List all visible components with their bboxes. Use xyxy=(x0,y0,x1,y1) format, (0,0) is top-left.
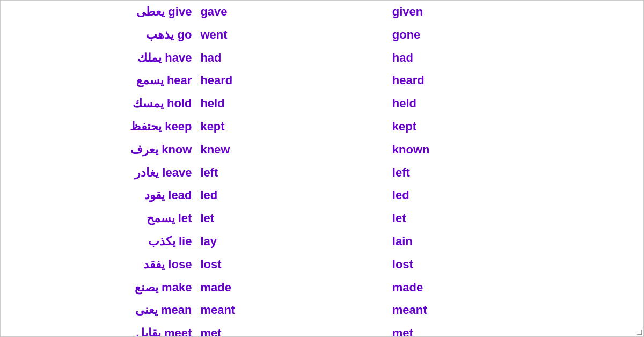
base-form: go يذهب xyxy=(1,24,196,47)
past-form: met xyxy=(196,322,387,337)
base-form: keep يحتفظ xyxy=(1,115,196,138)
past-participle-form: met xyxy=(388,322,643,337)
table-row: give يعطىgavegiven xyxy=(1,1,643,24)
past-participle-form: kept xyxy=(388,115,643,138)
past-participle-form: let xyxy=(388,207,643,230)
base-form: make يصنع xyxy=(1,276,196,299)
past-participle-form: made xyxy=(388,276,643,299)
past-participle-form: lost xyxy=(388,253,643,276)
table-row: have يملكhadhad xyxy=(1,47,643,70)
past-form: lay xyxy=(196,230,387,253)
table-row: make يصنعmademade xyxy=(1,276,643,299)
past-form: went xyxy=(196,24,387,47)
table-row: leave يغادرleftleft xyxy=(1,162,643,185)
table-row: lie يكذبlaylain xyxy=(1,230,643,253)
past-participle-form: known xyxy=(388,138,643,162)
past-form: kept xyxy=(196,115,387,138)
resize-handle[interactable] xyxy=(637,330,642,335)
past-participle-form: heard xyxy=(388,69,643,92)
past-form: meant xyxy=(196,299,387,322)
base-form: meet يقابل xyxy=(1,322,196,337)
past-form: gave xyxy=(196,1,387,24)
past-participle-form: meant xyxy=(388,299,643,322)
table-row: lead يقودledled xyxy=(1,184,643,207)
past-form: held xyxy=(196,92,387,115)
table-row: go يذهبwentgone xyxy=(1,24,643,47)
base-form: hold يمسك xyxy=(1,92,196,115)
past-participle-form: gone xyxy=(388,24,643,47)
past-form: knew xyxy=(196,138,387,162)
table-row: know يعرفknewknown xyxy=(1,138,643,162)
table-row: hear يسمعheardheard xyxy=(1,69,643,92)
past-form: heard xyxy=(196,69,387,92)
verb-table: give يعطىgavegivengo يذهبwentgonehave يم… xyxy=(1,1,643,337)
table-row: keep يحتفظkeptkept xyxy=(1,115,643,138)
past-participle-form: left xyxy=(388,162,643,185)
table-row: meet يقابلmetmet xyxy=(1,322,643,337)
base-form: lose يفقد xyxy=(1,253,196,276)
past-form: left xyxy=(196,162,387,185)
past-participle-form: lain xyxy=(388,230,643,253)
past-form: let xyxy=(196,207,387,230)
table-row: let يسمحletlet xyxy=(1,207,643,230)
past-participle-form: given xyxy=(388,1,643,24)
base-form: give يعطى xyxy=(1,1,196,24)
past-form: made xyxy=(196,276,387,299)
table-row: hold يمسكheldheld xyxy=(1,92,643,115)
base-form: hear يسمع xyxy=(1,69,196,92)
base-form: leave يغادر xyxy=(1,162,196,185)
table-row: lose يفقدlostlost xyxy=(1,253,643,276)
past-participle-form: held xyxy=(388,92,643,115)
base-form: know يعرف xyxy=(1,138,196,162)
base-form: lie يكذب xyxy=(1,230,196,253)
main-container: give يعطىgavegivengo يذهبwentgonehave يم… xyxy=(0,0,644,337)
table-row: mean يعنىmeantmeant xyxy=(1,299,643,322)
base-form: mean يعنى xyxy=(1,299,196,322)
base-form: lead يقود xyxy=(1,184,196,207)
past-participle-form: led xyxy=(388,184,643,207)
past-form: led xyxy=(196,184,387,207)
past-form: had xyxy=(196,47,387,70)
past-form: lost xyxy=(196,253,387,276)
base-form: have يملك xyxy=(1,47,196,70)
base-form: let يسمح xyxy=(1,207,196,230)
past-participle-form: had xyxy=(388,47,643,70)
